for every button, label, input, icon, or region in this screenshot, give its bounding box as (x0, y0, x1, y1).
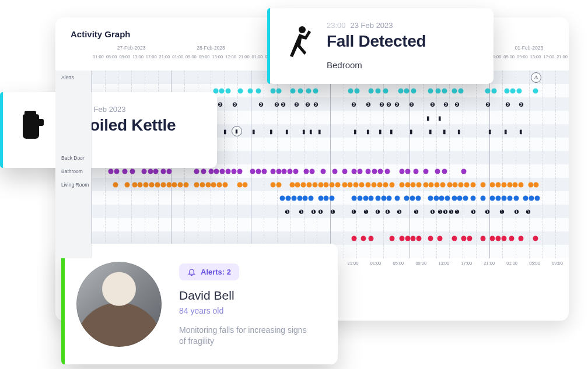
activity-dot (298, 88, 303, 93)
activity-dot (359, 182, 364, 187)
activity-dot (416, 236, 422, 241)
timeline-hour: 01:00 (501, 261, 523, 266)
activity-glyph: ▮ (438, 114, 442, 121)
activity-dot (459, 88, 464, 93)
alerts-badge[interactable]: Alerts: 2 (179, 263, 239, 280)
activity-glyph: ❶ (499, 208, 505, 215)
activity-dot (366, 168, 371, 174)
activity-dot (166, 168, 172, 174)
row-label: Living Room (55, 178, 92, 191)
activity-glyph: ▮ (410, 128, 413, 134)
activity-dot (519, 236, 524, 241)
activity-dot (238, 88, 243, 93)
activity-dot (166, 182, 172, 187)
alert-card-kettle[interactable]: 17:0428 Feb 2023 Reboiled Kettle Kitchen (0, 92, 217, 168)
activity-dot (330, 182, 335, 187)
activity-dot (208, 168, 214, 174)
activity-dot (504, 88, 509, 93)
activity-dot (304, 168, 309, 174)
activity-glyph: ❷ (386, 101, 391, 107)
activity-glyph: ❶ (449, 208, 454, 215)
avatar (76, 262, 162, 347)
activity-glyph: ❷ (505, 101, 510, 107)
activity-glyph: ❶ (471, 208, 476, 215)
activity-dot (501, 182, 506, 187)
activity-dot (290, 88, 296, 93)
activity-dot (231, 168, 236, 174)
activity-dot (108, 168, 113, 174)
activity-dot (183, 182, 188, 187)
activity-dot (155, 182, 160, 187)
activity-dot (354, 182, 359, 187)
activity-dot (282, 168, 287, 174)
alert-room: Bedroom (327, 60, 426, 70)
activity-glyph: ❷ (294, 101, 299, 107)
timeline-hour: 09:00 (118, 54, 131, 59)
activity-dot (452, 88, 457, 93)
kettle-icon (15, 105, 48, 154)
timeline-hour: 05:00 (387, 261, 410, 266)
row-label (55, 245, 92, 258)
row-label: Alerts (55, 71, 92, 84)
activity-dot (200, 182, 205, 187)
activity-glyph: ▮ (318, 128, 321, 134)
activity-dot (471, 182, 476, 187)
timeline-hour: 21:00 (158, 54, 172, 59)
activity-glyph: ▮ (285, 128, 289, 134)
activity-dot (383, 88, 388, 93)
activity-dot (201, 168, 206, 174)
activity-dot (467, 236, 472, 241)
row-track (92, 178, 569, 191)
timeline-hour: 09:00 (546, 261, 569, 266)
activity-dot (324, 182, 329, 187)
activity-glyph: ▮ (429, 128, 432, 134)
activity-dot (297, 195, 302, 201)
activity-dot (289, 182, 295, 187)
activity-dot (306, 88, 312, 93)
activity-dot (130, 168, 135, 174)
timeline-hour: 17:00 (455, 261, 478, 266)
bell-icon (187, 268, 196, 276)
activity-dot (514, 195, 519, 201)
activity-dot (439, 195, 444, 201)
activity-dot (438, 236, 443, 241)
activity-glyph: ❷ (313, 101, 318, 107)
activity-dot (429, 182, 434, 187)
activity-glyph: ❶ (485, 208, 490, 215)
activity-dot (398, 88, 404, 93)
activity-dot (447, 182, 452, 187)
activity-dot (357, 195, 362, 201)
alert-card-fall[interactable]: 23:0023 Feb 2023 Fall Detected Bedroom (267, 8, 494, 84)
activity-dot (495, 182, 501, 187)
activity-dot (219, 88, 225, 93)
activity-glyph: ❶ (363, 208, 369, 215)
activity-dot (138, 182, 143, 187)
activity-dot (348, 88, 354, 93)
row-track: ❶❶❶❶❶❶❶❶❶❶❶❶❶❶❶❶❶❶❶❶❶ (92, 205, 569, 218)
row-label (55, 111, 92, 124)
activity-dot (237, 182, 242, 187)
activity-dot (211, 182, 216, 187)
activity-glyph: ❷ (218, 101, 223, 107)
row-track (92, 231, 569, 245)
activity-dot (394, 195, 400, 201)
patient-name: David Bell (179, 289, 313, 303)
activity-dot (225, 168, 230, 174)
timeline-hour: 05:00 (184, 54, 198, 59)
activity-dot (528, 182, 533, 187)
row-track (92, 218, 569, 231)
activity-dot (220, 168, 225, 174)
activity-dot (410, 195, 415, 201)
row-label (55, 124, 92, 138)
activity-dot (256, 88, 261, 93)
activity-dot (529, 195, 534, 201)
activity-glyph: ❶ (397, 208, 402, 215)
activity-dot (153, 168, 159, 174)
activity-dot (435, 88, 440, 93)
patient-card[interactable]: Alerts: 2 David Bell 84 years old Monito… (61, 244, 338, 364)
activity-dot (414, 168, 419, 174)
activity-dot (354, 88, 359, 93)
activity-dot (377, 182, 383, 187)
activity-dot (303, 195, 308, 201)
timeline-hour: 09:00 (516, 54, 529, 59)
